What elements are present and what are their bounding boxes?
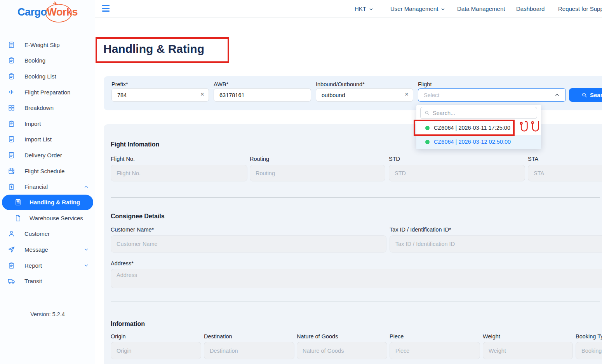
inbound-outbound-input[interactable] — [316, 88, 413, 102]
truck-icon — [8, 277, 15, 285]
nav-label: Request for Suppo — [558, 5, 602, 12]
nav-user-management[interactable]: User Management — [390, 0, 445, 17]
dropdown-search-input[interactable] — [433, 110, 533, 116]
booking-type-input[interactable] — [576, 342, 602, 359]
nav-label: User Management — [390, 5, 438, 12]
flight-no-input[interactable] — [111, 165, 247, 181]
thai-lo-ling-glyph-icon — [519, 120, 529, 132]
flight-no-label: Flight No. — [111, 156, 135, 162]
sidebar-item-e-weight-slip[interactable]: E-Weight Slip — [0, 37, 95, 53]
search-button[interactable]: Search — [569, 88, 602, 102]
awb-input[interactable] — [214, 88, 311, 102]
weight-label: Weight — [483, 333, 500, 340]
nav-dashboard[interactable]: Dashboard — [516, 0, 545, 17]
status-dot-green-icon — [425, 126, 430, 130]
sidebar-item-handling-rating[interactable]: Handling & Rating — [2, 195, 93, 210]
inbound-outbound-label: Inbound/Outbound* — [316, 81, 365, 87]
status-dot-green-icon — [425, 140, 430, 144]
sidebar-item-label: Flight Schedule — [24, 168, 64, 174]
logo-text-works: ✈ Works — [47, 6, 78, 18]
destination-input[interactable] — [204, 342, 294, 359]
file-icon — [14, 214, 22, 222]
tax-id-input[interactable] — [390, 235, 602, 253]
origin-label: Origin — [111, 333, 126, 340]
piece-input[interactable] — [390, 342, 480, 359]
sidebar-item-label: Warehouse Services — [30, 215, 83, 221]
sidebar-item-warehouse-services[interactable]: Warehouse Services — [0, 210, 95, 226]
sidebar-item-message[interactable]: Message — [0, 242, 95, 258]
clipboard-icon — [8, 57, 15, 64]
routing-label: Routing — [250, 156, 269, 162]
calculator-icon — [14, 199, 22, 206]
page-title: Handling & Rating — [103, 42, 204, 56]
search-icon — [581, 92, 587, 98]
sidebar-menu: E-Weight Slip Booking Booking List ✈ Fli… — [0, 37, 95, 289]
clipboard-list-icon — [8, 73, 15, 80]
dropdown-search-field[interactable] — [420, 107, 537, 119]
sidebar-item-label: Report — [24, 262, 42, 269]
chevron-down-icon — [440, 7, 445, 12]
nature-of-goods-label: Nature of Goods — [297, 333, 338, 340]
nav-station-hkt[interactable]: HKT — [355, 0, 374, 17]
clear-prefix-icon[interactable]: × — [200, 91, 204, 98]
sidebar-item-booking[interactable]: Booking — [0, 53, 95, 69]
flight-information-title: Fight Infomation — [111, 141, 159, 148]
address-input[interactable] — [111, 269, 602, 288]
tax-id-label: Tax ID / Identification ID* — [390, 226, 451, 233]
nature-of-goods-input[interactable] — [297, 342, 387, 359]
routing-input[interactable] — [250, 165, 385, 181]
address-label: Address* — [111, 260, 134, 266]
cargoworks-logo: Cargo ✈ Works — [0, 6, 95, 18]
chevron-down-icon — [369, 7, 374, 12]
nav-request-for-support[interactable]: Request for Suppo — [558, 0, 602, 17]
consignee-details-title: Consignee Details — [111, 213, 165, 220]
nav-label: HKT — [355, 5, 366, 12]
prefix-label: Prefix* — [111, 81, 128, 87]
sidebar-item-customer[interactable]: Customer — [0, 226, 95, 242]
user-icon — [8, 230, 15, 237]
sidebar-item-label: Financial — [24, 183, 48, 190]
topbar: HKT User Management Data Management Dash… — [95, 0, 602, 18]
logo-plane-icon: ✈ — [52, 0, 59, 7]
sidebar-item-report[interactable]: Report — [0, 258, 95, 273]
sidebar-item-flight-preparation[interactable]: ✈ Flight Preparation — [0, 84, 95, 100]
sidebar-item-label: Booking List — [24, 73, 56, 80]
handling-rating-form: Fight Infomation Flight No. Routing STD … — [104, 124, 602, 364]
chevron-down-icon — [84, 247, 89, 252]
sidebar-item-label: Booking — [24, 57, 45, 64]
customer-name-input[interactable] — [111, 235, 386, 253]
sidebar-item-breakdown[interactable]: Breakdown — [0, 100, 95, 116]
menu-icon[interactable] — [102, 5, 110, 12]
destination-label: Destination — [204, 333, 232, 340]
clipboard-import-icon — [8, 120, 15, 127]
clear-inbound-outbound-icon[interactable]: × — [405, 91, 409, 98]
weight-input[interactable] — [483, 342, 573, 359]
sidebar-item-delivery-order[interactable]: Delivery Order — [0, 147, 95, 163]
flight-select[interactable]: Select — [418, 88, 566, 102]
prefix-input[interactable] — [111, 88, 209, 102]
chevron-down-icon — [84, 263, 89, 268]
sidebar-item-import-list[interactable]: Import List — [0, 132, 95, 148]
sidebar-item-booking-list[interactable]: Booking List — [0, 68, 95, 84]
origin-input[interactable] — [111, 342, 201, 359]
customer-name-label: Customer Name* — [111, 226, 154, 233]
plane-icon: ✈ — [8, 89, 15, 96]
thai-bo-baimai-glyph-icon — [530, 120, 540, 132]
nav-data-management[interactable]: Data Management — [457, 0, 505, 17]
sidebar-item-label: Customer — [24, 230, 50, 237]
flight-option-2[interactable]: CZ6064 | 2026-03-12 02:50:00 — [416, 135, 541, 149]
search-icon — [425, 110, 430, 115]
sidebar-item-transit[interactable]: Transit — [0, 273, 95, 289]
flight-label: Flight — [418, 81, 431, 87]
sidebar-item-flight-schedule[interactable]: Flight Schedule — [0, 163, 95, 179]
flight-select-placeholder: Select — [424, 92, 554, 98]
information-title: Information — [111, 320, 145, 327]
sidebar-item-import[interactable]: Import — [0, 116, 95, 132]
flight-option-label: CZ6064 | 2026-03-12 02:50:00 — [434, 139, 511, 145]
sta-input[interactable] — [528, 165, 602, 181]
app-version: Version: 5.2.4 — [0, 311, 95, 317]
piece-label: Piece — [390, 333, 404, 340]
sidebar-item-financial[interactable]: Financial — [0, 179, 95, 195]
document-icon — [8, 152, 15, 159]
std-input[interactable] — [389, 165, 525, 181]
